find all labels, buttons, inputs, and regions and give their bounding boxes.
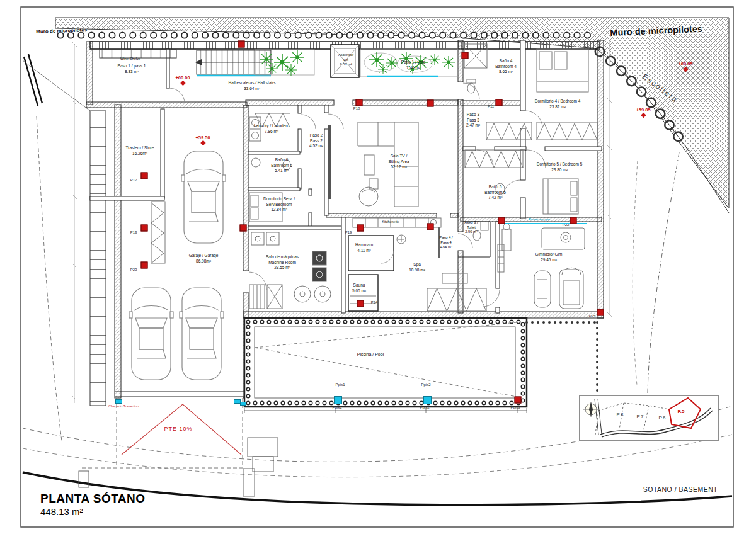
room-label: Ascensor Lift 2.56 m² [338, 53, 353, 67]
page-title: PLANTA SÓTANO [40, 492, 146, 506]
room-name-line1: Baño 5 [484, 185, 506, 190]
utility-marker [334, 396, 342, 404]
plan-name-label: SOTANO / BASEMENT [643, 486, 718, 493]
room-name-line1: Dormitorio 5 / Bedroom 5 [537, 162, 583, 168]
room-name-line2: 18.98 m² [409, 268, 425, 273]
pillar-or-plot-label: P12 [130, 178, 137, 182]
room-name-line2: Pass 3 [466, 118, 480, 123]
room-name-line2: 29.45 m² [536, 258, 563, 263]
room-area: 23.55 m² [266, 265, 299, 271]
room-label: Sauna 5.00 m² [352, 283, 366, 293]
elevation-mark: +59.85 [636, 107, 650, 117]
pillar-or-plot-label: P.5 [678, 409, 685, 414]
room-label: Hall escaleras / Hall stairs 33.64 m² [229, 81, 276, 91]
room-name-line1: Patio 1 / yard [401, 60, 425, 65]
survey-point-icon [200, 140, 205, 145]
utility-marker [115, 399, 122, 404]
room-name-line2: 7.40 m² [401, 65, 425, 71]
pillar-or-plot-label: Ppis1 [332, 406, 341, 409]
room-name-line2: 7.86 m² [254, 129, 289, 135]
room-name-line2: 86.98m² [189, 259, 219, 264]
room-area: 7.42 m² [484, 195, 506, 201]
pillar-marker [570, 217, 577, 224]
room-name-line1: Paso 2 [309, 133, 323, 139]
room-label: Paso 1 / pass 1 8.83 m² [118, 64, 146, 74]
room-name-line2: Bathroom 6 [271, 163, 292, 169]
room-label: Hammam 4.11 m² [355, 242, 373, 253]
room-area: 12.84 m² [263, 207, 295, 213]
pillar-marker [238, 41, 245, 48]
room-name-line2: Toilet [464, 225, 478, 230]
pillar-marker [515, 397, 522, 404]
room-label: Baño 6 Bathroom 6 5.41 m² [271, 157, 292, 174]
inset-map [580, 395, 718, 441]
sheet-border [21, 7, 733, 527]
pillar-or-plot-label: P11 [488, 105, 494, 108]
room-area: 2.47 m² [466, 123, 480, 128]
room-name-line1: Paso 4 / [439, 236, 452, 241]
pillar-or-plot-label: P24 [371, 300, 378, 304]
room-name-line2: 4.11 m² [355, 248, 373, 254]
survey-point-icon [180, 81, 185, 86]
pillar-marker [462, 52, 469, 59]
room-name-line2: Bathroom 4 [495, 64, 517, 70]
room-label: Gimnasio/ Gim 29.45 m² [536, 252, 563, 263]
room-name-line2: Machine Room [266, 260, 299, 266]
room-area: 8.65 m² [495, 69, 517, 75]
room-name-line1: Dormitorio Serv. / [263, 196, 295, 202]
room-name-line1: Piscina / Pool [357, 351, 384, 357]
room-label: Garaje / Garage 86.98m² [189, 253, 219, 264]
pillar-or-plot-label: P22 [563, 223, 570, 227]
room-name-line2: 16.26m² [126, 151, 154, 157]
pillar-or-plot-label: P.7 [637, 414, 644, 419]
pillar-marker [427, 224, 434, 230]
room-name-line2: Lift [338, 58, 353, 63]
floor-plan-sheet: Muro de micropilotes Muro de micropilote… [0, 0, 756, 534]
room-area: 2.56 m² [338, 62, 353, 67]
utility-marker [240, 402, 246, 406]
room-name-line1: Kitchenette [382, 220, 399, 224]
room-name-line1: Hammam [355, 242, 373, 248]
power-equipment-label: Power equipo [529, 217, 550, 221]
pillar-or-plot-label: Ppis2 [420, 406, 429, 409]
room-name-line1: Gimnasio/ Gim [536, 252, 563, 258]
room-area: 2.90 m² [464, 230, 478, 235]
room-name-line1: Sala de máquinas [266, 254, 299, 260]
room-name-line2: 8.83 m² [118, 69, 146, 75]
room-area: 1.65 m² [439, 245, 452, 250]
pillar-or-plot-label: Ppis2 [421, 383, 430, 387]
room-label: Laundry / Lavadero 7.86 m² [254, 123, 289, 134]
pillar-or-plot-label: P19 [345, 230, 352, 234]
room-label: Baño 5 Bathroom 5 7.42 m² [484, 185, 506, 201]
pillar-marker [141, 225, 148, 232]
room-label: Dormitorio 4 / Bedroom 4 23.82 m² [535, 99, 581, 110]
room-area: 5.41 m² [271, 168, 292, 174]
survey-point-icon [683, 67, 688, 72]
survey-point-icon [641, 113, 646, 118]
room-name-line1: Laundry / Lavadero [254, 123, 289, 129]
pillar-or-plot-label: P.8 [617, 412, 624, 418]
room-area: 52.12 m² [388, 164, 409, 170]
room-name-line2: 23.80 m² [537, 168, 583, 173]
room-label: Paso 2 Pass 2 4.52 m² [309, 133, 323, 149]
pillar-marker [498, 217, 505, 224]
room-name-line2: 5.00 m² [352, 288, 366, 294]
room-label: Dormitorio 5 / Bedroom 5 23.80 m² [537, 162, 583, 173]
pillar-or-plot-label: P13 [130, 230, 137, 234]
pillar-or-plot-label: P.6 [659, 415, 666, 421]
room-label: Spa 18.98 m² [409, 262, 425, 273]
room-name-line2: 23.82 m² [535, 105, 581, 110]
room-name-line1: Dormitorio 4 / Bedroom 4 [535, 99, 581, 105]
room-label: Trastero / Store 16.26m² [126, 145, 154, 156]
room-area: 4.52 m² [309, 144, 323, 149]
room-name-line1: Ascensor [338, 53, 353, 58]
room-label: Paso 3 Pass 3 2.47 m² [466, 112, 480, 128]
pillar-marker [141, 262, 148, 269]
pillar-marker [597, 309, 604, 316]
pillar-or-plot-label: Ppis3 [510, 406, 520, 409]
pillar-marker [240, 225, 247, 232]
room-name-line1: Baño 4 [495, 59, 517, 64]
room-name-line1: Hall escaleras / Hall stairs [229, 81, 276, 86]
room-name-line1: Paso 1 / pass 1 [118, 64, 146, 69]
room-label: Aseo 3 / Toilet 2.90 m² [464, 220, 478, 235]
